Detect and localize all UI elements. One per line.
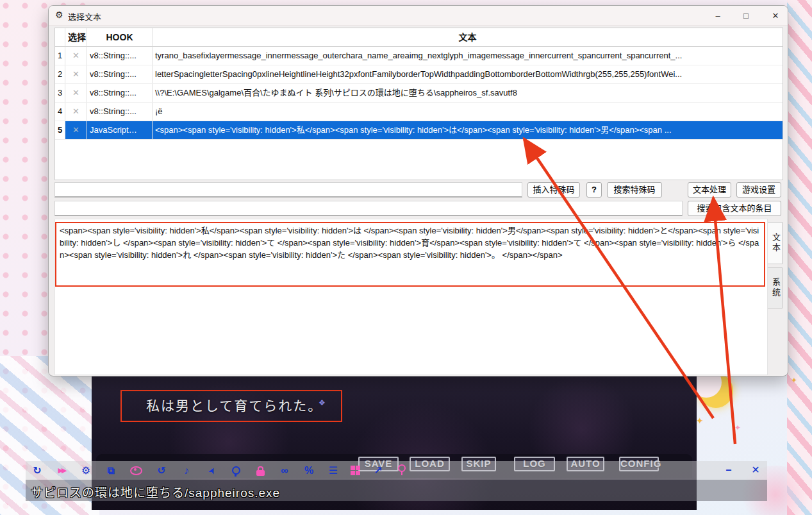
table-row[interactable]: 2 ✕ v8::String::... letterSpacingletterS… (55, 65, 783, 84)
music-note-icon[interactable]: ♪ (178, 462, 195, 478)
search-special-code-button[interactable]: 搜索特殊码 (607, 182, 662, 198)
node-arrow-icon[interactable]: ↗ (370, 462, 386, 478)
game-settings-button[interactable]: 游戏设置 (736, 182, 781, 198)
key-icon[interactable]: % (301, 462, 317, 478)
cursor-icon[interactable]: ➤ (201, 459, 222, 481)
remove-hook-button[interactable]: ✕ (65, 121, 87, 139)
x-icon: ✕ (72, 88, 79, 97)
sparkle-icon: ✦ (734, 423, 741, 432)
copy-icon[interactable]: ⧉ (103, 462, 119, 478)
windows-logo-icon[interactable] (347, 462, 363, 478)
game-process-title: サピロスの環は地に堕ちる/sappheiros.exe (31, 483, 280, 500)
x-icon: ✕ (72, 51, 79, 60)
sparkle-icon: ✦ (696, 416, 704, 426)
pin-icon[interactable] (394, 462, 410, 478)
refresh-icon[interactable]: ↻ (29, 462, 46, 478)
x-icon: ✕ (72, 106, 79, 116)
overlay-toolbar: ↻ ▶▶ ⚙ ⧉ ↺ ♪ ➤ ∞ % ☰ ↗ – ✕ (26, 461, 767, 480)
header-text: 文本 (153, 28, 783, 46)
insert-special-code-button[interactable]: 插入特殊码 (527, 182, 580, 198)
processed-text-area[interactable]: <span><span style='visibility: hidden'>私… (55, 222, 765, 287)
table-row[interactable]: 4 ✕ v8::String::... ¡ë (55, 103, 783, 121)
special-code-input[interactable] (54, 182, 522, 198)
eye-icon[interactable] (128, 462, 144, 478)
desktop: ✦ ✦ ✦ ✦ 私は男として育てられた。 ❖ SAVE LOAD SKIP LO… (0, 0, 812, 515)
remove-hook-button[interactable]: ✕ (65, 103, 87, 121)
x-icon: ✕ (72, 125, 79, 135)
header-select: 选择 (65, 28, 87, 46)
remove-hook-button[interactable]: ✕ (65, 47, 87, 65)
text-process-button[interactable]: 文本处理 (688, 182, 731, 198)
tab-text[interactable]: 文本 (768, 222, 783, 264)
link-icon[interactable]: ∞ (276, 462, 293, 478)
sparkle-icon: ✦ (791, 376, 797, 385)
dialog-titlebar[interactable]: ⚙ 选择文本 – □ ✕ (49, 6, 788, 26)
x-icon: ✕ (72, 69, 79, 79)
maximize-button[interactable]: □ (736, 8, 756, 23)
gear-app-icon: ⚙ (55, 10, 63, 20)
table-header: 选择 HOOK 文本 (55, 28, 783, 47)
help-button[interactable]: ? (586, 182, 602, 198)
select-text-dialog: ⚙ 选择文本 – □ ✕ 选择 HOOK 文本 1 ✕ v8::String::… (48, 5, 788, 376)
hook-table: 选择 HOOK 文本 1 ✕ v8::String::... tyrano_ba… (54, 28, 783, 180)
tab-system[interactable]: 系统 (768, 267, 783, 308)
overlay-titlebar[interactable]: サピロスの環は地に堕ちる/sappheiros.exe (26, 480, 767, 501)
table-row-selected[interactable]: 5 ✕ JavaScript… <span><span style='visib… (55, 121, 783, 140)
overlay-close-button[interactable]: ✕ (747, 462, 764, 478)
table-row[interactable]: 1 ✕ v8::String::... tyrano_basefixlayerm… (55, 47, 783, 65)
close-button[interactable]: ✕ (765, 8, 786, 23)
fast-forward-icon[interactable]: ▶▶ (53, 462, 70, 478)
header-hook: HOOK (87, 28, 153, 46)
table-row[interactable]: 3 ✕ v8::String::... \\?\E:\GAMES\galgame… (55, 84, 783, 103)
click-wait-indicator: ❖ (319, 398, 326, 407)
undo-icon[interactable]: ↺ (153, 462, 170, 478)
search-text-input[interactable] (54, 201, 683, 216)
dialog-title: 选择文本 (68, 10, 101, 22)
game-dialogue-text: 私は男として育てられた。 (146, 395, 322, 414)
lightbulb-icon[interactable] (228, 462, 244, 478)
lock-icon[interactable] (252, 462, 269, 478)
remove-hook-button[interactable]: ✕ (65, 65, 87, 83)
minimize-button[interactable]: – (708, 8, 728, 23)
overlay-minimize-button[interactable]: – (720, 462, 737, 478)
remove-hook-button[interactable]: ✕ (65, 84, 87, 102)
search-entries-button[interactable]: 搜索包含文本的条目 (688, 201, 781, 216)
wallpaper-stripes (787, 0, 812, 515)
gear-icon[interactable]: ⚙ (78, 462, 94, 478)
menu-lines-icon[interactable]: ☰ (325, 462, 342, 478)
